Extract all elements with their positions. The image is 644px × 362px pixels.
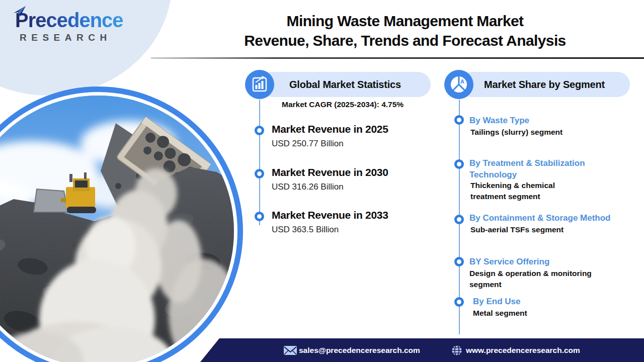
segment-value: Sub-aerial TSFs segment (470, 224, 564, 235)
segment-label: By Waste Type (469, 115, 529, 126)
segment-label: By Treatment & Stabilization Technology (469, 157, 598, 180)
segment-value: Tailings (slurry) segment (470, 127, 562, 138)
page-title: Mining Waste Management Market Revenue, … (166, 11, 644, 50)
segment-value: Design & operation & monitoring segment (469, 268, 613, 290)
bullet-icon (454, 215, 464, 224)
precedence-research-logo: Precedence RESEARCH (15, 9, 123, 43)
title-line2: Revenue, Share, Trends and Forecast Anal… (166, 31, 644, 50)
logo-wordmark: Precedence (15, 9, 123, 32)
segment-label: By End Use (473, 296, 520, 307)
bullet-icon (255, 126, 264, 135)
title-line1: Mining Waste Management Market (166, 11, 644, 31)
bullet-icon (255, 169, 264, 178)
segment-label: BY Service Offering (469, 256, 549, 267)
mining-scene-illustration (0, 96, 234, 362)
stat-item-value: USD 250.77 Billion (272, 139, 344, 149)
segments-badge: A (444, 70, 473, 99)
segment-value: Metal segment (473, 308, 527, 319)
email-icon (283, 345, 297, 356)
segment-label: By Containment & Storage Method (469, 212, 611, 224)
bullet-icon (255, 212, 264, 221)
segments-header-pill: Market Share by Segment (459, 72, 630, 97)
footer-website-link[interactable]: www.precedenceresearch.com (466, 346, 580, 355)
footer-email-link[interactable]: sales@precedenceresearch.com (299, 346, 420, 355)
bullet-icon (454, 297, 464, 307)
bullet-icon (454, 257, 464, 266)
segment-value: Thickening & chemical treatment segment (470, 180, 571, 202)
logo-subtitle: RESEARCH (20, 32, 123, 43)
title-divider (151, 57, 644, 59)
svg-text:A: A (460, 78, 464, 84)
mining-photo-circle (0, 86, 243, 362)
cagr-label: Market CAGR (2025-2034): 4.75% (282, 100, 404, 109)
segments-heading: Market Share by Segment (484, 79, 605, 90)
bullet-icon (454, 115, 464, 125)
stat-item-label: Market Revenue in 2030 (272, 166, 388, 178)
stat-item-label: Market Revenue in 2033 (272, 209, 388, 221)
bar-chart-icon (245, 70, 274, 99)
paper-plane-icon (13, 6, 26, 19)
stats-header-pill: Global Market Statistics (260, 72, 431, 97)
footer-bar: sales@precedenceresearch.com www.precede… (200, 338, 644, 362)
stat-item-value: USD 363.5 Billion (272, 225, 339, 235)
pie-chart-icon: A (444, 70, 473, 99)
infographic-page: Precedence RESEARCH Mining Waste Managem… (0, 0, 644, 362)
mining-dump-truck-photo (0, 96, 234, 362)
stat-item-label: Market Revenue in 2025 (272, 123, 388, 135)
globe-icon (451, 344, 463, 356)
bullet-icon (454, 159, 464, 169)
stats-connector-line (259, 100, 260, 225)
stat-item-value: USD 316.26 Billion (272, 182, 344, 192)
stats-heading: Global Market Statistics (289, 79, 401, 90)
stats-badge (245, 70, 274, 99)
